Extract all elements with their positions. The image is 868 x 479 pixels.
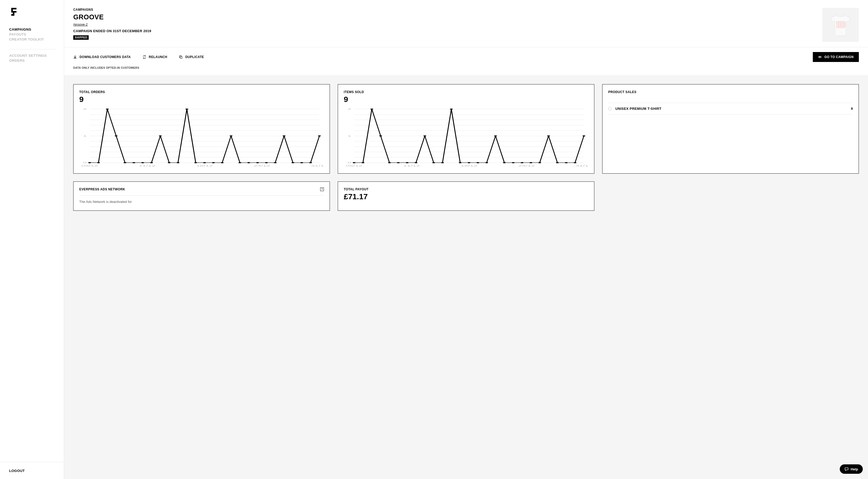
svg-point-44 <box>282 135 285 136</box>
product-qty: 9 <box>851 107 853 110</box>
svg-point-71 <box>379 135 382 136</box>
nav-campaigns[interactable]: CAMPAIGNS <box>9 27 64 32</box>
help-widget[interactable]: Help <box>840 465 863 474</box>
svg-point-74 <box>406 162 409 163</box>
svg-point-90 <box>547 135 550 136</box>
svg-point-39 <box>238 162 241 163</box>
product-sales-row[interactable]: UNISEX PREMIUM T-SHIRT 9 <box>608 103 853 115</box>
download-label: DOWNLOAD CUSTOMERS DATA <box>80 55 131 59</box>
svg-point-78 <box>441 162 444 163</box>
eye-icon <box>818 55 822 59</box>
download-customers-button[interactable]: DOWNLOAD CUSTOMERS DATA <box>73 55 131 59</box>
svg-point-38 <box>230 135 232 136</box>
items-sold-value: 9 <box>344 95 588 104</box>
svg-rect-1 <box>180 57 182 58</box>
nav-payouts[interactable]: PAYOUTS <box>9 32 64 37</box>
card-title: EVERPRESS ADS NETWORK <box>79 188 125 191</box>
svg-point-45 <box>291 162 294 163</box>
nav-divider <box>9 49 56 50</box>
svg-point-40 <box>247 162 250 163</box>
download-icon <box>73 55 77 59</box>
items-chart: 01205/1211/1218/1224/1231/12 <box>344 107 588 168</box>
logout-link[interactable]: LOGOUT <box>9 469 25 473</box>
svg-point-76 <box>423 135 426 136</box>
svg-point-33 <box>185 108 188 109</box>
svg-point-89 <box>538 162 541 163</box>
svg-text:24/12: 24/12 <box>518 164 535 167</box>
breadcrumb[interactable]: CAMPAIGNS <box>73 8 151 11</box>
color-swatch-icon <box>608 107 612 110</box>
svg-point-88 <box>529 162 532 163</box>
card-total-orders: TOTAL ORDERS 9 01205/1211/1218/1224/1231… <box>73 84 330 173</box>
svg-point-70 <box>370 108 373 109</box>
svg-text:1: 1 <box>83 135 87 137</box>
card-total-payout: TOTAL PAYOUT £71.17 <box>338 182 594 211</box>
svg-point-48 <box>318 135 321 136</box>
svg-text:18/12: 18/12 <box>196 164 213 167</box>
svg-point-25 <box>115 135 118 136</box>
go-to-campaign-button[interactable]: GO TO CAMPAIGN <box>813 52 859 62</box>
total-payout-value: £71.17 <box>344 192 588 201</box>
svg-point-84 <box>494 135 497 136</box>
svg-point-42 <box>265 162 268 163</box>
svg-point-2 <box>819 57 820 58</box>
campaign-slug-link[interactable]: /groove-2 <box>73 23 88 26</box>
card-title: ITEMS SOLD <box>344 90 588 94</box>
relaunch-icon <box>143 55 146 59</box>
svg-point-81 <box>467 162 470 163</box>
go-label: GO TO CAMPAIGN <box>824 55 854 59</box>
product-thumbnail[interactable] <box>822 8 859 42</box>
product-name: UNISEX PREMIUM T-SHIRT <box>615 107 661 110</box>
card-product-sales: PRODUCT SALES UNISEX PREMIUM T-SHIRT 9 <box>602 84 859 173</box>
svg-point-77 <box>432 162 435 163</box>
svg-point-35 <box>203 162 206 163</box>
nav-account-settings[interactable]: ACCOUNT SETTINGS <box>9 53 64 58</box>
svg-text:18/12: 18/12 <box>461 164 477 167</box>
card-title: TOTAL ORDERS <box>79 90 324 94</box>
svg-point-32 <box>177 162 180 163</box>
svg-text:05/12: 05/12 <box>346 164 363 167</box>
svg-text:11/12: 11/12 <box>403 164 420 167</box>
card-title: TOTAL PAYOUT <box>344 188 588 191</box>
page-title: GROOVE <box>73 13 151 21</box>
svg-text:0: 0 <box>347 161 351 164</box>
toolbar: DOWNLOAD CUSTOMERS DATA RELAUNCH DUPLICA… <box>64 47 868 65</box>
duplicate-button[interactable]: DUPLICATE <box>179 55 204 59</box>
nav-secondary: ACCOUNT SETTINGS ORDERS <box>9 53 64 63</box>
svg-text:2: 2 <box>347 108 351 110</box>
svg-point-75 <box>414 162 417 163</box>
logo[interactable] <box>9 8 64 17</box>
svg-point-46 <box>300 162 303 163</box>
svg-point-28 <box>141 162 144 163</box>
svg-point-91 <box>556 162 559 163</box>
svg-text:11/12: 11/12 <box>138 164 155 167</box>
card-title: PRODUCT SALES <box>608 90 853 94</box>
svg-point-31 <box>168 162 170 163</box>
help-icon[interactable]: ? <box>320 188 324 191</box>
nav-creator-toolkit[interactable]: CREATOR TOOLKIT <box>9 37 64 42</box>
svg-point-85 <box>503 162 506 163</box>
svg-point-37 <box>221 162 224 163</box>
svg-text:2: 2 <box>83 108 87 110</box>
card-ads-network: EVERPRESS ADS NETWORK ? The Ads Network … <box>73 182 330 211</box>
svg-point-82 <box>476 162 479 163</box>
nav-primary: CAMPAIGNS PAYOUTS CREATOR TOOLKIT <box>9 27 64 42</box>
relaunch-button[interactable]: RELAUNCH <box>143 55 167 59</box>
svg-point-79 <box>450 108 453 109</box>
campaign-ended-text: CAMPAIGN ENDED ON 31ST DECEMBER 2019 <box>73 29 151 33</box>
nav-orders[interactable]: ORDERS <box>9 58 64 63</box>
svg-text:31/12: 31/12 <box>576 164 588 167</box>
svg-point-47 <box>309 162 312 163</box>
svg-point-24 <box>106 108 109 109</box>
svg-text:0: 0 <box>83 161 87 164</box>
duplicate-icon <box>179 55 183 59</box>
orders-chart: 01205/1211/1218/1224/1231/12 <box>79 107 324 168</box>
chat-icon <box>844 467 849 471</box>
svg-text:1: 1 <box>347 135 351 137</box>
status-badge: SHIPPED <box>73 35 89 40</box>
svg-text:05/12: 05/12 <box>81 164 98 167</box>
svg-point-86 <box>512 162 515 163</box>
svg-point-87 <box>521 162 524 163</box>
card-items-sold: ITEMS SOLD 9 01205/1211/1218/1224/1231/1… <box>338 84 594 173</box>
svg-point-72 <box>388 162 391 163</box>
